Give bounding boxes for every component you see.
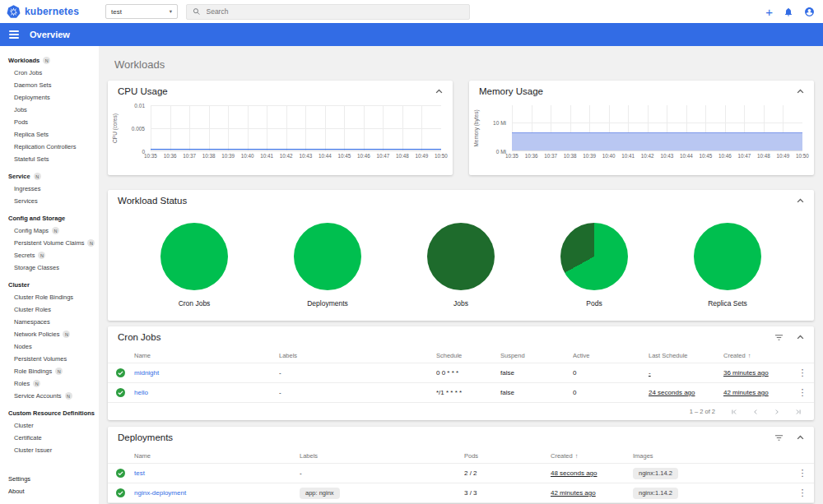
column-header-schedule: Schedule	[436, 352, 500, 359]
collapse-chevron-up-icon[interactable]	[797, 198, 804, 203]
sidebar-item-replication-controllers[interactable]: Replication Controllers	[0, 141, 99, 153]
sort-ascending-icon[interactable]: ↑	[575, 452, 579, 460]
resource-link[interactable]: test	[134, 469, 145, 477]
donut-chart	[427, 223, 495, 290]
search-input[interactable]	[207, 7, 464, 16]
sidebar-item-cluster-roles[interactable]: Cluster Roles	[0, 303, 99, 316]
sidebar-item-service[interactable]: ServiceN	[0, 170, 99, 183]
sidebar-item-role-bindings[interactable]: Role BindingsN	[0, 365, 99, 377]
resource-link[interactable]: nginx-deployment	[134, 489, 186, 497]
sidebar-item-settings[interactable]: Settings	[0, 473, 99, 485]
kebab-menu-icon[interactable]: ⋮	[798, 368, 807, 377]
x-tick-label: 10:38	[202, 153, 216, 159]
collapse-chevron-up-icon[interactable]	[435, 89, 443, 94]
sidebar-item-stateful-sets[interactable]: Stateful Sets	[0, 153, 99, 165]
main-content: Workloads CPU Usage CPU (cores) 0.010.00…	[99, 46, 823, 504]
first-page-icon[interactable]	[730, 408, 738, 416]
kebab-menu-icon[interactable]: ⋮	[798, 388, 807, 397]
sidebar-item-about[interactable]: About	[0, 485, 99, 497]
workload-donut-pods[interactable]: Pods	[560, 223, 628, 307]
memory-card-title: Memory Usage	[479, 86, 543, 96]
namespace-select[interactable]: test ▾	[105, 4, 178, 19]
sidebar-item-cluster[interactable]: Cluster	[0, 419, 99, 432]
column-header-label[interactable]: Labels	[279, 352, 297, 359]
sidebar-item-namespaces[interactable]: Namespaces	[0, 316, 99, 328]
workload-donut-jobs[interactable]: Jobs	[427, 223, 495, 307]
column-header-last-schedule: Last Schedule	[649, 352, 723, 359]
workload-donut-deployments[interactable]: Deployments	[294, 223, 361, 307]
v-gridline	[286, 105, 287, 150]
resource-link[interactable]: hello	[134, 389, 148, 396]
sidebar-item-cluster[interactable]: Cluster	[0, 279, 99, 291]
workload-status-card: Workload Status Cron JobsDeploymentsJobs…	[108, 190, 814, 321]
sort-ascending-icon[interactable]: ↑	[748, 352, 751, 359]
filter-icon[interactable]	[774, 334, 783, 341]
prev-page-icon[interactable]	[751, 408, 760, 416]
menu-hamburger-icon[interactable]	[9, 30, 19, 39]
donut-chart	[694, 223, 761, 290]
x-tick-label: 10:47	[738, 153, 751, 159]
collapse-chevron-up-icon[interactable]	[797, 435, 804, 440]
sidebar-item-pods[interactable]: Pods	[0, 116, 99, 128]
column-header-label[interactable]: Active	[573, 352, 589, 359]
y-tick-label: 0.005	[132, 126, 145, 132]
sidebar-item-services[interactable]: Services	[0, 195, 99, 207]
kebab-menu-icon[interactable]: ⋮	[798, 469, 807, 478]
label-empty: -	[300, 469, 302, 477]
column-header-label[interactable]: Suspend	[500, 352, 525, 359]
namespace-value: test	[111, 8, 122, 16]
label-empty: -	[279, 389, 281, 396]
sidebar-item-nodes[interactable]: Nodes	[0, 340, 99, 353]
column-header-label[interactable]: Created	[551, 452, 573, 460]
sidebar-item-config-maps[interactable]: Config MapsN	[0, 224, 99, 237]
brand[interactable]: kubernetes	[0, 5, 99, 19]
sidebar-item-jobs[interactable]: Jobs	[0, 104, 99, 116]
sidebar-nav-list: WorkloadsNCron JobsDaemon SetsDeployment…	[0, 49, 99, 456]
sidebar-item-service-accounts[interactable]: Service AccountsN	[0, 390, 99, 402]
status-ok-icon	[116, 368, 125, 377]
sidebar-item-network-policies[interactable]: Network PoliciesN	[0, 328, 99, 340]
column-header-label[interactable]: Name	[134, 452, 151, 460]
collapse-chevron-up-icon[interactable]	[797, 335, 804, 340]
workload-donut-replica-sets[interactable]: Replica Sets	[694, 223, 761, 307]
sidebar-item-replica-sets[interactable]: Replica Sets	[0, 128, 99, 141]
sidebar-item-daemon-sets[interactable]: Daemon Sets	[0, 79, 99, 91]
sidebar-item-secrets[interactable]: SecretsN	[0, 249, 99, 261]
donut-chart	[294, 223, 361, 290]
kebab-menu-icon[interactable]: ⋮	[798, 488, 807, 497]
user-account-icon[interactable]	[804, 7, 815, 17]
sidebar-item-deployments[interactable]: Deployments	[0, 91, 99, 104]
column-header-label[interactable]: Last Schedule	[649, 352, 688, 359]
y-tick-label: 10 Mi	[493, 120, 506, 126]
sidebar-item-cron-jobs[interactable]: Cron Jobs	[0, 67, 99, 79]
search-bar[interactable]	[186, 4, 470, 20]
sidebar-item-storage-classes[interactable]: Storage Classes	[0, 261, 99, 274]
resource-link[interactable]: midnight	[134, 369, 159, 377]
sidebar-item-custom-resource-definitions[interactable]: Custom Resource Definitions	[0, 407, 99, 419]
sidebar-item-cluster-role-bindings[interactable]: Cluster Role Bindings	[0, 291, 99, 303]
column-header-label[interactable]: Name	[134, 352, 151, 359]
column-header-label[interactable]: Schedule	[436, 352, 462, 359]
column-header-label[interactable]: Pods	[464, 452, 478, 460]
workload-donut-cron-jobs[interactable]: Cron Jobs	[160, 223, 228, 307]
donut-label: Pods	[586, 299, 602, 307]
sidebar-item-cluster-issuer[interactable]: Cluster Issuer	[0, 444, 99, 456]
sidebar-item-config-and-storage[interactable]: Config and Storage	[0, 212, 99, 224]
column-header-label[interactable]: Created	[723, 352, 746, 359]
column-header-label[interactable]: Images	[633, 452, 653, 460]
cron-jobs-title: Cron Jobs	[118, 332, 160, 342]
sidebar-item-ingresses[interactable]: Ingresses	[0, 183, 99, 195]
sidebar-item-certificate[interactable]: Certificate	[0, 432, 99, 444]
sidebar-item-label: Replica Sets	[14, 131, 49, 138]
sidebar-item-workloads[interactable]: WorkloadsN	[0, 54, 99, 67]
sidebar-item-persistent-volume-claims[interactable]: Persistent Volume ClaimsN	[0, 237, 99, 249]
sidebar-item-persistent-volumes[interactable]: Persistent Volumes	[0, 353, 99, 365]
next-page-icon[interactable]	[773, 408, 781, 416]
sidebar-item-roles[interactable]: RolesN	[0, 377, 99, 390]
notifications-bell-icon[interactable]	[783, 7, 793, 17]
column-header-label[interactable]: Labels	[300, 452, 318, 460]
filter-icon[interactable]	[774, 434, 783, 442]
last-page-icon[interactable]	[794, 408, 802, 416]
collapse-chevron-up-icon[interactable]	[797, 89, 804, 94]
create-resource-plus-icon[interactable]: +	[765, 6, 773, 18]
